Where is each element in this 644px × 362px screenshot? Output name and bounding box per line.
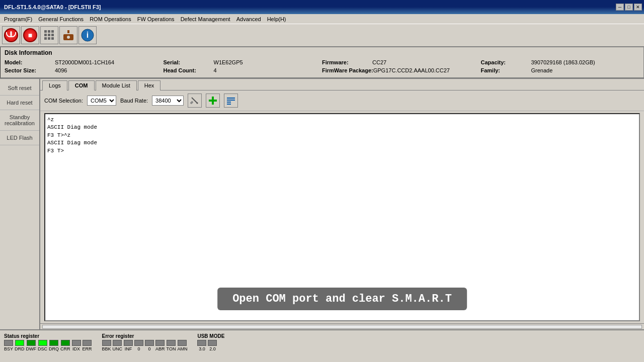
svg-rect-16 — [190, 101, 194, 104]
sidebar: Soft reset Hard reset Standby recalibrat… — [0, 79, 40, 329]
led-abr-label: ABR — [155, 346, 165, 351]
led-unc: UNC — [113, 340, 123, 351]
lines-button[interactable] — [224, 94, 238, 108]
model-label: Model: — [5, 59, 55, 65]
settings-button[interactable] — [59, 26, 77, 44]
status-register-label: Status register — [4, 333, 92, 339]
led-0a: 0 — [134, 340, 143, 351]
led-err-light — [83, 340, 92, 346]
led-usb-30-light — [197, 340, 206, 346]
add-button[interactable] — [206, 94, 220, 108]
sidebar-item-led-flash[interactable]: LED Flash — [0, 131, 39, 145]
terminal-container: ^z ASCII Diag mode F3 T>^z ASCII Diag mo… — [40, 111, 644, 323]
led-drq-label: DRQ — [49, 346, 59, 351]
model-value: ST2000DM001-1CH164 — [55, 59, 114, 65]
terminal-line-1: ASCII Diag mode — [47, 124, 637, 131]
led-bbk-label: BBK — [102, 346, 111, 351]
close-button[interactable]: ✕ — [634, 4, 642, 11]
led-bsy-light — [4, 340, 13, 346]
firmware-field: Firmware: CC27 — [322, 59, 481, 65]
minimize-button[interactable]: ─ — [616, 4, 624, 11]
title-bar: DFL-ST1.5.4.0@SATA0 - [DFLSTII F3] ─ □ ✕ — [0, 0, 644, 14]
led-unc-label: UNC — [113, 346, 123, 351]
led-dsc-label: DSC — [38, 346, 47, 351]
led-ton-light — [167, 340, 176, 346]
status-bar: Status register BSY DRD DWF DSC DRQ — [0, 329, 644, 354]
led-inf-light — [124, 340, 133, 346]
main-area: Soft reset Hard reset Standby recalibrat… — [0, 79, 644, 329]
info-button[interactable]: i — [78, 26, 97, 44]
led-amn-label: AMN — [177, 346, 187, 351]
maximize-button[interactable]: □ — [625, 4, 633, 11]
error-register-label: Error register — [102, 333, 188, 339]
info-icon: i — [80, 28, 95, 42]
led-0b: 0 — [145, 340, 154, 351]
horizontal-scrollbar[interactable] — [40, 323, 644, 329]
led-bbk-light — [102, 340, 111, 346]
svg-rect-5 — [51, 34, 54, 36]
serial-value: W1E62GP5 — [214, 59, 243, 65]
capacity-value: 3907029168 (1863.02GB) — [531, 59, 595, 65]
head-count-value: 4 — [214, 67, 217, 73]
menu-general-functions[interactable]: General Functions — [35, 14, 87, 24]
usb-leds: 3.0 2.0 — [197, 340, 224, 351]
grid-icon — [43, 29, 55, 41]
com-selection-label: COM Selection: — [44, 98, 83, 104]
terminal[interactable]: ^z ASCII Diag mode F3 T>^z ASCII Diag mo… — [44, 113, 640, 321]
tab-logs[interactable]: Logs — [42, 80, 67, 90]
led-usb-30: 3.0 — [197, 340, 206, 351]
menu-advanced[interactable]: Advanced — [233, 14, 264, 24]
scrollbar-track[interactable] — [42, 325, 642, 329]
connect-button[interactable] — [188, 94, 202, 108]
disk-information: Disk Information Model: ST2000DM001-1CH1… — [0, 47, 644, 78]
firmware-pkg-label: FirmWare Package: — [322, 67, 373, 73]
led-drq: DRQ — [49, 340, 59, 351]
led-usb-20: 2.0 — [208, 340, 217, 351]
led-err: ERR — [83, 340, 92, 351]
com-selection-dropdown[interactable]: COM5 COM1 COM2 COM3 COM4 COM6 — [87, 96, 116, 106]
menu-fw-operations[interactable]: FW Operations — [134, 14, 178, 24]
svg-rect-18 — [209, 100, 217, 102]
led-drd: DRD — [15, 340, 25, 351]
status-leds: BSY DRD DWF DSC DRQ CRR — [4, 340, 92, 351]
menu-help[interactable]: Help(H) — [264, 14, 289, 24]
led-idx-label: IDX — [72, 346, 80, 351]
led-bsy: BSY — [4, 340, 13, 351]
terminal-line-0: ^z — [47, 116, 637, 124]
led-0b-label: 0 — [148, 346, 151, 351]
svg-rect-21 — [227, 102, 231, 103]
capacity-field: Capacity: 3907029168 (1863.02GB) — [481, 59, 640, 65]
led-0b-light — [145, 340, 154, 346]
menu-defect-management[interactable]: Defect Management — [178, 14, 233, 24]
menu-rom-operations[interactable]: ROM Operations — [87, 14, 134, 24]
baud-rate-dropdown[interactable]: 38400 9600 19200 57600 115200 — [152, 96, 184, 106]
led-0a-light — [134, 340, 143, 346]
led-dsc-light — [38, 340, 47, 346]
led-inf: INF — [124, 340, 133, 351]
tab-module-list[interactable]: Module List — [96, 80, 137, 90]
disk-info-title: Disk Information — [5, 49, 639, 56]
sidebar-item-standby[interactable]: Standby recalibration — [0, 110, 39, 131]
terminal-line-4: F3 T> — [47, 147, 637, 155]
led-amn-light — [178, 340, 187, 346]
firmware-label: Firmware: — [322, 59, 372, 65]
stop-button[interactable] — [21, 26, 39, 44]
menu-program[interactable]: Program(F) — [1, 14, 35, 24]
svg-text:i: i — [87, 31, 89, 39]
svg-point-11 — [67, 36, 70, 39]
tab-hex[interactable]: Hex — [138, 80, 161, 90]
svg-rect-6 — [44, 37, 47, 40]
svg-rect-3 — [44, 34, 47, 36]
sidebar-item-hard-reset[interactable]: Hard reset — [0, 96, 39, 110]
tab-bar: Logs COM Module List Hex — [40, 79, 644, 90]
grid-button[interactable] — [40, 26, 58, 44]
sidebar-item-soft-reset[interactable]: Soft reset — [0, 81, 39, 96]
model-field: Model: ST2000DM001-1CH164 — [5, 59, 164, 65]
tab-com[interactable]: COM — [68, 80, 95, 90]
svg-rect-9 — [67, 30, 69, 33]
power-button[interactable] — [2, 26, 20, 44]
svg-rect-19 — [227, 98, 235, 99]
led-bsy-label: BSY — [4, 346, 13, 351]
power-icon — [4, 28, 18, 42]
led-drd-light — [15, 340, 24, 346]
